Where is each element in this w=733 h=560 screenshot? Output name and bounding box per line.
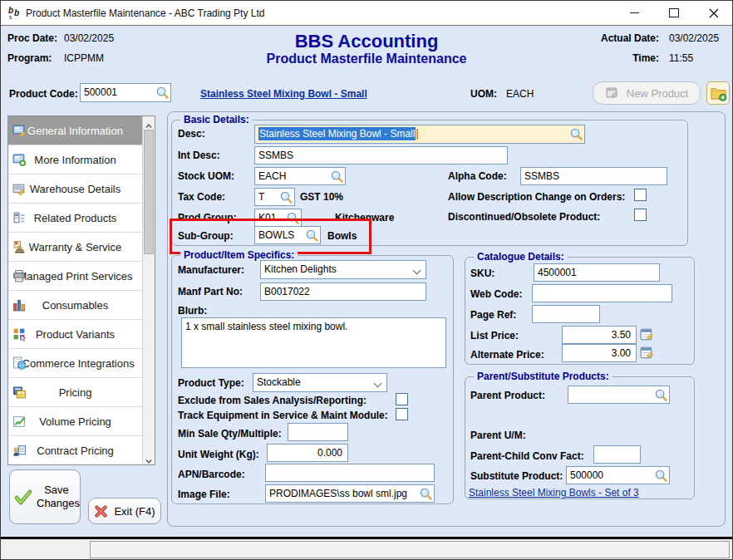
exit-button[interactable]: Exit (F4)	[88, 498, 161, 524]
manf-part-input[interactable]: B0017022	[260, 282, 426, 301]
substitute-lookup-icon[interactable]	[654, 469, 668, 483]
allow-desc-change-label: Allow Description Change on Orders:	[448, 191, 625, 203]
exit-x-icon	[94, 504, 108, 518]
catalogue-details-legend: Catalogue Details:	[474, 251, 568, 263]
list-price-input[interactable]: 3.50	[562, 326, 637, 344]
conv-fact-input[interactable]	[593, 445, 641, 464]
allow-desc-change-checkbox[interactable]	[634, 189, 647, 201]
sku-label: SKU:	[470, 268, 494, 279]
new-product-button[interactable]: New Product	[593, 81, 701, 105]
product-code-lookup-icon[interactable]	[155, 86, 170, 100]
image-file-label: Image File:	[178, 489, 230, 500]
svg-text:s: s	[9, 14, 12, 20]
sidebar-item-label: Volume Pricing	[39, 415, 111, 428]
parent-product-input[interactable]	[568, 386, 670, 404]
sidebar-item-label: Product Variants	[36, 328, 115, 341]
svg-text:b: b	[14, 8, 19, 17]
track-equipment-label: Track Equipment in Service & Maint Modul…	[178, 410, 388, 421]
exclude-sales-label: Exclude from Sales Analysis/Reporting:	[178, 395, 366, 406]
web-code-label: Web Code:	[470, 288, 522, 300]
sidebar-item-managed-print-services[interactable]: Managed Print Services	[8, 262, 155, 291]
blurb-textarea[interactable]: 1 x small stainless steel mixing bowl.	[181, 317, 446, 368]
exclude-sales-checkbox[interactable]	[396, 393, 408, 405]
maximize-button[interactable]	[656, 1, 692, 25]
monitor-edit-icon	[12, 124, 27, 138]
folder-add-icon	[710, 85, 727, 102]
prod-group-lookup-icon[interactable]	[286, 211, 300, 225]
tax-code-input[interactable]: T	[254, 188, 295, 206]
basic-details-legend: Basic Details:	[180, 114, 253, 125]
sidebar-item-warehouse-details[interactable]: Warehouse Details	[8, 174, 155, 204]
list-price-edit-icon[interactable]	[639, 327, 655, 342]
desc-input[interactable]: Stainless Steel Mixing Bowl - Small	[254, 125, 585, 144]
save-check-icon	[13, 487, 33, 507]
sidebar-item-pricing[interactable]: Pricing	[8, 378, 155, 407]
track-equipment-checkbox[interactable]	[396, 408, 408, 420]
sub-group-input[interactable]: BOWLS	[254, 226, 321, 244]
globe-document-icon	[12, 356, 27, 371]
save-changes-button[interactable]: Save Changes	[9, 469, 81, 524]
sidebar-nav: General Information More Information War…	[7, 115, 155, 465]
unit-weight-input[interactable]: 0.000	[267, 444, 348, 462]
window-title: Product Masterfile Maintenance - ABC Tra…	[26, 7, 264, 19]
page-ref-input[interactable]	[532, 305, 600, 323]
min-sale-label: Min Sale Qty/Multiple:	[178, 428, 282, 440]
alt-price-input[interactable]: 3.00	[562, 344, 637, 362]
minimize-button[interactable]	[616, 1, 652, 25]
bbs-logo-icon: bbs	[7, 5, 22, 20]
parent-substitute-legend: Parent/Substitute Products:	[474, 371, 612, 382]
apn-input[interactable]	[265, 464, 435, 482]
int-desc-label: Int Desc:	[178, 150, 220, 161]
sub-group-lookup-icon[interactable]	[305, 228, 319, 243]
sidebar-item-general-information[interactable]: General Information	[8, 116, 155, 145]
blurb-label: Blurb:	[178, 305, 207, 317]
scrollbar-thumb[interactable]	[144, 130, 154, 254]
time-value: 11:55	[669, 52, 693, 64]
related-products-icon	[12, 211, 27, 225]
manufacturer-label: Manufacturer:	[178, 264, 244, 276]
prod-group-input[interactable]: K01	[254, 209, 302, 227]
tax-code-description: GST 10%	[300, 191, 343, 203]
int-desc-input[interactable]: SSMBS	[254, 146, 508, 165]
manufacturer-select[interactable]: Kitchen Delights	[260, 260, 426, 279]
sidebar-item-label: General Information	[27, 125, 123, 137]
product-description-link[interactable]: Stainless Steel Mixing Bowl - Small	[200, 88, 367, 100]
image-file-input[interactable]: PRODIMAGES\ss bowl sml.jpg	[265, 484, 435, 503]
close-button[interactable]	[696, 1, 732, 25]
sidebar-item-ecommerce-integrations[interactable]: eCommerce Integrations	[8, 349, 155, 378]
substitute-product-link[interactable]: Stainless Steel Mixing Bowls - Set of 3	[469, 487, 639, 499]
product-code-input[interactable]: 500001	[80, 83, 171, 102]
desc-lookup-icon[interactable]	[569, 127, 583, 141]
stock-uom-lookup-icon[interactable]	[330, 169, 344, 184]
sidebar-item-contract-pricing[interactable]: Contract Pricing	[8, 436, 155, 465]
sidebar-item-consumables[interactable]: Consumables	[8, 291, 155, 320]
sidebar-item-warranty-service[interactable]: Warranty & Service	[8, 233, 155, 262]
sidebar-item-related-products[interactable]: Related Products	[8, 204, 155, 233]
new-product-icon	[605, 86, 620, 101]
discontinued-label: Discontinued/Obsolete Product:	[448, 211, 600, 223]
sidebar-scrollbar[interactable]	[142, 116, 155, 464]
tax-code-lookup-icon[interactable]	[279, 190, 293, 204]
sku-input[interactable]: 4500001	[534, 263, 660, 282]
sidebar-item-more-information[interactable]: More Information	[8, 145, 155, 174]
sidebar-item-product-variants[interactable]: Product Variants	[8, 320, 155, 349]
web-code-input[interactable]	[532, 284, 672, 302]
discontinued-checkbox[interactable]	[634, 209, 647, 221]
warranty-stamp-icon	[12, 240, 27, 254]
sidebar-item-volume-pricing[interactable]: Volume Pricing	[8, 407, 155, 436]
substitute-input[interactable]: 500000	[566, 466, 670, 484]
stock-uom-input[interactable]: EACH	[254, 167, 346, 185]
product-type-select[interactable]: Stockable	[253, 373, 387, 392]
scroll-up-icon[interactable]	[145, 119, 153, 127]
alpha-code-input[interactable]: SSMBS	[520, 167, 667, 185]
pricing-tables-icon	[12, 386, 27, 400]
product-type-label: Product Type:	[178, 377, 244, 389]
min-sale-input[interactable]	[288, 423, 348, 441]
open-folder-button[interactable]	[706, 81, 730, 105]
sub-group-description: Bowls	[327, 230, 357, 242]
alt-price-edit-icon[interactable]	[639, 345, 655, 361]
prod-group-description: Kitchenware	[335, 212, 394, 224]
parent-product-lookup-icon[interactable]	[654, 388, 668, 402]
scroll-down-icon[interactable]	[145, 454, 153, 462]
image-file-lookup-icon[interactable]	[419, 487, 433, 501]
